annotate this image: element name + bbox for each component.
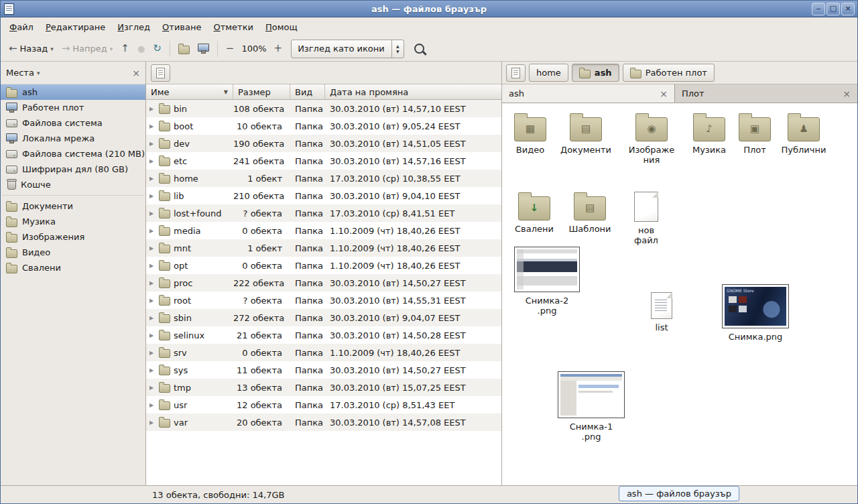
table-row[interactable]: ▶ etc 241 обекта Папка 30.03.2010 (вт) 1… — [146, 152, 501, 170]
table-row[interactable]: ▶ sbin 272 обекта Папка 30.03.2010 (вт) … — [146, 309, 501, 326]
stop-button[interactable]: ● — [134, 41, 148, 56]
column-header-date[interactable]: Дата на промяна — [325, 84, 501, 100]
expander-icon[interactable]: ▶ — [149, 402, 156, 408]
table-row[interactable]: ▶ tmp 13 обекта Папка 30.03.2010 (вт) 15… — [146, 379, 501, 396]
menu-item-view[interactable]: Изглед — [111, 19, 156, 35]
table-row[interactable]: ▶ bin 108 обекта Папка 30.03.2010 (вт) 1… — [146, 100, 501, 117]
icon-item-desktop[interactable]: ▣ Плот — [735, 111, 774, 155]
up-button[interactable]: ↑ — [117, 41, 133, 56]
expander-icon[interactable]: ▶ — [149, 367, 156, 373]
icon-item-snimka[interactable]: GNOME Store Снимка.png — [719, 284, 792, 342]
icon-item-pictures[interactable]: ◉ Изображения — [623, 111, 680, 166]
expander-icon[interactable]: ▶ — [149, 193, 156, 199]
expander-icon[interactable]: ▶ — [149, 263, 156, 269]
sidebar-item-network[interactable]: Локална мрежа — [1, 131, 145, 146]
sidebar-item-filesystem-210[interactable]: Файлова система (210 MB) — [1, 146, 145, 162]
menu-item-go[interactable]: Отиване — [156, 19, 207, 35]
icon-item-list[interactable]: list — [645, 292, 678, 332]
sort-indicator-icon[interactable]: ▼ — [224, 89, 228, 95]
spinner-icon[interactable]: ▲ ▼ — [391, 40, 404, 58]
refresh-button[interactable]: ↻ — [149, 41, 165, 56]
expander-icon[interactable]: ▶ — [149, 176, 156, 182]
icon-item-templates[interactable]: ▤ Шаблони — [567, 190, 613, 234]
sidebar-item-filesystem[interactable]: Файлова система — [1, 115, 145, 131]
places-dropdown-icon[interactable]: ▾ — [37, 70, 40, 76]
icon-item-documents[interactable]: ▤ Документи — [560, 111, 611, 155]
tab-plot[interactable]: Плот × — [675, 84, 857, 103]
table-row[interactable]: ▶ boot 10 обекта Папка 30.03.2010 (вт) 9… — [146, 117, 501, 135]
table-row[interactable]: ▶ dev 190 обекта Папка 30.03.2010 (вт) 1… — [146, 135, 501, 152]
tab-close-icon[interactable]: × — [843, 88, 851, 99]
minimize-button[interactable]: ‒ — [812, 3, 825, 15]
tab-ash[interactable]: ash × — [502, 84, 675, 103]
table-row[interactable]: ▶ home 1 обект Папка 17.03.2010 (ср) 10,… — [146, 170, 501, 187]
table-row[interactable]: ▶ mnt 1 обект Папка 1.10.2009 (чт) 18,40… — [146, 239, 501, 257]
expander-icon[interactable]: ▶ — [149, 228, 156, 234]
zoom-in-button[interactable]: + — [271, 41, 286, 56]
icon-item-video[interactable]: ▦ Видео — [509, 111, 552, 155]
table-row[interactable]: ▶ lib 210 обекта Папка 30.03.2010 (вт) 9… — [146, 187, 501, 204]
path-button-ash[interactable]: ash — [572, 64, 619, 82]
path-button-desktop[interactable]: Работен плот — [623, 64, 715, 82]
expander-icon[interactable]: ▶ — [149, 350, 156, 356]
back-dropdown-icon[interactable]: ▾ — [50, 46, 54, 52]
back-button[interactable]: ← Назад ▾ — [5, 41, 57, 56]
expander-icon[interactable]: ▶ — [149, 245, 156, 251]
titlebar[interactable]: ash — файлов браузър ‒ □ × — [1, 1, 857, 17]
search-button[interactable] — [411, 41, 428, 56]
forward-button[interactable]: → Напред ▾ — [58, 41, 117, 56]
home-button[interactable] — [175, 41, 193, 57]
expander-icon[interactable]: ▶ — [149, 385, 156, 391]
expander-icon[interactable]: ▶ — [149, 106, 156, 112]
sidebar-item-music[interactable]: Музика — [1, 214, 145, 229]
notes-button[interactable] — [151, 64, 170, 82]
close-button[interactable]: × — [841, 3, 855, 15]
sidebar-item-video[interactable]: Видео — [1, 245, 145, 260]
menu-item-help[interactable]: Помощ — [259, 19, 304, 35]
table-row[interactable]: ▶ srv 0 обекта Папка 1.10.2009 (чт) 18,4… — [146, 344, 501, 361]
places-close-icon[interactable]: × — [132, 68, 140, 78]
view-mode-select[interactable]: Изглед като икони ▲ ▼ — [291, 40, 404, 58]
table-row[interactable]: ▶ media 0 обекта Папка 1.10.2009 (чт) 18… — [146, 222, 501, 239]
sidebar-item-documents[interactable]: Документи — [1, 198, 145, 214]
sidebar-item-ash[interactable]: ash — [1, 84, 145, 100]
expander-icon[interactable]: ▶ — [149, 210, 156, 216]
icon-view[interactable]: ▦ Видео ▤ Документи ◉ Изображения — [502, 103, 857, 485]
table-row[interactable]: ▶ lost+found ? обекта Папка 17.03.2010 (… — [146, 204, 501, 222]
sidebar-item-desktop[interactable]: Работен плот — [1, 100, 145, 115]
expander-icon[interactable]: ▶ — [149, 123, 156, 129]
icon-item-snimka2[interactable]: Снимка-2.png — [512, 247, 582, 316]
expander-icon[interactable]: ▶ — [149, 315, 156, 321]
sidebar-item-encrypted[interactable]: Шифриран дял (80 GB) — [1, 162, 145, 177]
table-row[interactable]: ▶ sys 11 обекта Папка 30.03.2010 (вт) 14… — [146, 361, 501, 379]
expander-icon[interactable]: ▶ — [149, 298, 156, 304]
menu-item-edit[interactable]: Редактиране — [40, 19, 111, 35]
menu-item-file[interactable]: Файл — [3, 19, 40, 35]
menu-item-bookmarks[interactable]: Отметки — [208, 19, 260, 35]
table-row[interactable]: ▶ usr 12 обекта Папка 17.03.2010 (ср) 8,… — [146, 396, 501, 414]
zoom-out-button[interactable]: − — [223, 41, 238, 56]
edit-location-button[interactable] — [506, 64, 526, 82]
icon-item-downloads[interactable]: ↓ Свалени — [511, 190, 557, 234]
sidebar-item-pictures[interactable]: Изображения — [1, 229, 145, 245]
places-title[interactable]: Места — [6, 68, 34, 78]
table-row[interactable]: ▶ opt 0 обекта Папка 1.10.2009 (чт) 18,4… — [146, 257, 501, 274]
table-row[interactable]: ▶ root ? обекта Папка 30.03.2010 (вт) 14… — [146, 292, 501, 309]
expander-icon[interactable]: ▶ — [149, 280, 156, 286]
maximize-button[interactable]: □ — [826, 3, 840, 15]
expander-icon[interactable]: ▶ — [149, 141, 156, 147]
computer-button[interactable] — [194, 41, 212, 56]
icon-item-snimka1[interactable]: Снимка-1.png — [556, 371, 627, 442]
icon-item-music[interactable]: ♪ Музика — [688, 111, 730, 155]
expander-icon[interactable]: ▶ — [149, 332, 156, 338]
expander-icon[interactable]: ▶ — [149, 158, 156, 164]
tab-close-icon[interactable]: × — [660, 88, 668, 99]
table-row[interactable]: ▶ var 20 обекта Папка 30.03.2010 (вт) 14… — [146, 414, 501, 431]
column-header-type[interactable]: Вид — [290, 84, 325, 100]
sidebar-item-trash[interactable]: Кошче — [1, 177, 145, 192]
sidebar-item-downloads[interactable]: Свалени — [1, 260, 145, 275]
path-button-home[interactable]: home — [529, 64, 568, 82]
icon-item-new-file[interactable]: нов файл — [625, 192, 668, 246]
expander-icon[interactable]: ▶ — [149, 420, 156, 426]
table-row[interactable]: ▶ proc 222 обекта Папка 30.03.2010 (вт) … — [146, 274, 501, 292]
